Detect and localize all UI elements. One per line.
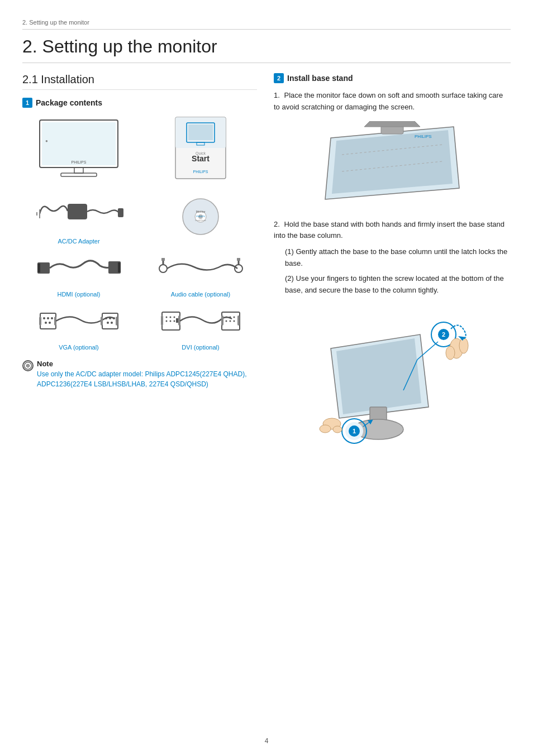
package-item-vga-label: VGA (optional) (59, 344, 99, 351)
package-item-adapter-label: AC/DC Adapter (58, 238, 99, 245)
package-item-dvi: DVI (optional) (144, 303, 257, 351)
svg-point-64 (225, 320, 227, 322)
svg-point-99 (333, 426, 342, 433)
svg-text:Start: Start (192, 154, 210, 163)
step-1-body: Place the monitor face down on soft and … (274, 91, 503, 111)
facedown-svg: PHILIPS (314, 121, 470, 208)
svg-point-55 (169, 320, 171, 322)
svg-rect-30 (161, 258, 165, 261)
vga-svg (39, 303, 120, 339)
note-body: Use only the AC/DC adapter model: Philip… (37, 369, 257, 389)
adapter-illustration (34, 192, 123, 236)
package-item-cd: Monitor PHILIPS Install Guide (144, 192, 257, 245)
svg-rect-42 (102, 313, 118, 329)
note-section: ⊜ Note Use only the AC/DC adapter model:… (22, 360, 257, 389)
svg-rect-25 (37, 264, 40, 272)
hdmi-svg (36, 250, 122, 286)
svg-rect-27 (118, 262, 121, 272)
svg-point-54 (165, 320, 167, 322)
audio-svg (158, 250, 244, 286)
svg-text:1: 1 (353, 428, 356, 434)
dvi-svg (160, 303, 241, 339)
quickstart-illustration: Quick Start PHILIPS (170, 114, 231, 184)
note-icon: ⊜ (22, 360, 34, 371)
package-contents-header: 1 Package contents (22, 98, 257, 108)
svg-text:⊜: ⊜ (26, 363, 30, 369)
package-item-quickstart: Quick Start PHILIPS (144, 114, 257, 186)
cd-svg: Monitor PHILIPS Install Guide (173, 192, 229, 239)
svg-point-28 (159, 265, 167, 272)
svg-text:Monitor: Monitor (196, 210, 206, 213)
package-item-dvi-label: DVI (optional) (182, 344, 219, 351)
quickstart-svg: Quick Start PHILIPS (170, 114, 231, 181)
svg-point-56 (173, 320, 175, 322)
svg-rect-49 (116, 317, 118, 326)
svg-rect-58 (161, 315, 163, 326)
svg-point-31 (235, 265, 242, 272)
svg-text:PHILIPS: PHILIPS (72, 160, 87, 164)
audio-illustration (158, 250, 244, 289)
svg-point-66 (233, 320, 235, 322)
svg-rect-48 (101, 317, 103, 326)
package-badge: 1 (22, 98, 32, 108)
svg-point-92 (459, 338, 468, 353)
svg-rect-15 (118, 208, 123, 217)
svg-point-36 (47, 317, 49, 319)
package-contents-label: Package contents (36, 98, 102, 107)
svg-point-47 (111, 322, 113, 324)
install-step-2: 2. Hold the base stand with both hands a… (274, 219, 511, 296)
package-item-hdmi-label: HDMI (optional) (57, 291, 100, 298)
svg-point-46 (107, 322, 109, 324)
svg-point-43 (105, 317, 107, 319)
monitor-illustration: PHILIPS ● (28, 114, 129, 184)
step-1-text: 1. Place the monitor face down on soft a… (274, 90, 511, 113)
content-columns: 2.1 Installation 1 Package contents (22, 73, 511, 451)
svg-marker-74 (364, 121, 420, 127)
svg-point-37 (51, 317, 53, 319)
breadcrumb: 2. Setting up the monitor (22, 17, 511, 30)
install-badge: 2 (274, 73, 284, 83)
hdmi-illustration (36, 250, 122, 289)
svg-rect-1 (42, 122, 116, 165)
vga-illustration (39, 303, 120, 342)
install-step-1: 1. Place the monitor face down on soft a… (274, 90, 511, 113)
svg-rect-33 (237, 258, 240, 261)
left-column: 2.1 Installation 1 Package contents (22, 73, 257, 451)
substep-2-2: (2) Use your fingers to tighten the scre… (285, 273, 511, 296)
step-1-num: 1. (274, 91, 280, 99)
svg-point-93 (446, 346, 455, 360)
svg-rect-14 (68, 204, 87, 219)
package-item-adapter: AC/DC Adapter (22, 192, 135, 245)
adapter-svg (34, 192, 123, 233)
svg-point-98 (320, 425, 331, 433)
step-2-num: 2. (274, 220, 280, 228)
cd-illustration: Monitor PHILIPS Install Guide (173, 192, 229, 241)
note-title: Note (37, 360, 257, 368)
svg-text:2: 2 (442, 331, 445, 338)
note-content: Note Use only the AC/DC adapter model: P… (37, 360, 257, 389)
svg-point-63 (233, 317, 235, 318)
svg-point-39 (49, 322, 51, 324)
svg-point-38 (45, 322, 47, 324)
basestand-svg: 1 1 2 (308, 304, 476, 449)
step-2-text: 2. Hold the base stand with both hands a… (274, 219, 511, 242)
svg-text:PHILIPS: PHILIPS (193, 170, 208, 174)
svg-marker-72 (332, 130, 453, 194)
page-number: 4 (265, 737, 269, 745)
section-2-1-heading: 2.1 Installation (22, 73, 257, 90)
main-heading: 2. Setting up the monitor (22, 36, 511, 63)
svg-marker-79 (336, 338, 421, 414)
svg-point-45 (113, 317, 115, 319)
package-item-audio-label: Audio cable (optional) (171, 291, 230, 298)
base-stand-illustration: 1 1 2 (308, 304, 476, 451)
svg-rect-34 (40, 313, 56, 329)
svg-rect-9 (188, 125, 213, 140)
package-item-vga: VGA (optional) (22, 303, 135, 351)
svg-point-51 (165, 317, 167, 318)
step-2-body: Hold the base stand with both hands and … (274, 220, 505, 240)
svg-point-65 (229, 320, 231, 322)
svg-point-44 (109, 317, 111, 319)
svg-text:●: ● (45, 138, 48, 143)
monitor-facedown-illustration: PHILIPS (314, 121, 470, 210)
breadcrumb-text: 2. Setting up the monitor (22, 19, 89, 26)
